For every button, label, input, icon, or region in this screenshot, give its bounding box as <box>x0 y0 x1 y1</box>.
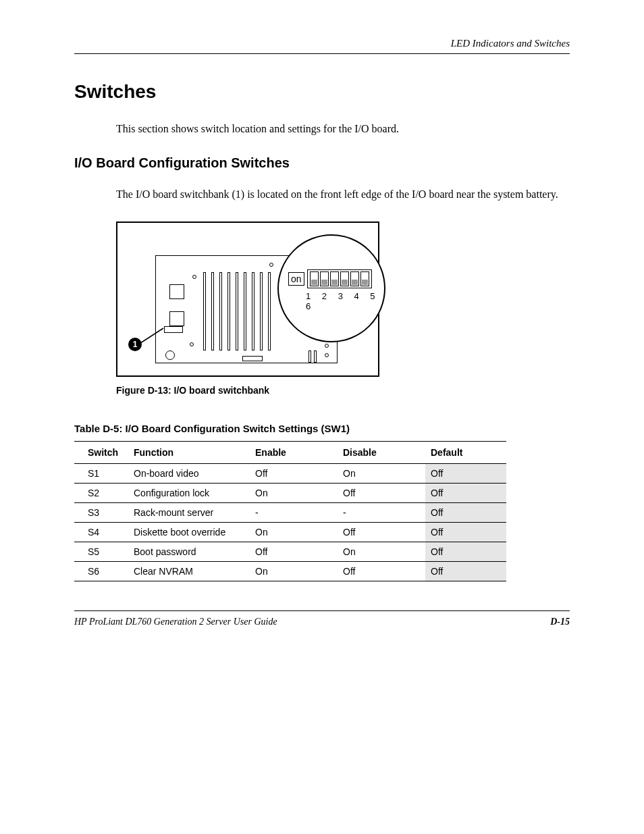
col-switch: Switch <box>74 441 128 463</box>
figure-io-board-switchbank: on 1 2 3 4 5 6 1 <box>116 221 379 377</box>
intro-text: This section shows switch location and s… <box>116 122 570 136</box>
chapter-header: LED Indicators and Switches <box>74 38 570 54</box>
table-header-row: Switch Function Enable Disable Default <box>74 441 506 463</box>
heading-switches: Switches <box>74 81 570 103</box>
footer-page-number: D-15 <box>550 617 570 627</box>
callout-badge-1: 1 <box>128 338 142 351</box>
table-row: S5 Boot password Off On Off <box>74 542 506 561</box>
switch-settings-table: Switch Function Enable Disable Default S… <box>74 441 506 581</box>
footer-guide-title: HP ProLiant DL760 Generation 2 Server Us… <box>74 617 277 627</box>
col-default: Default <box>425 441 506 463</box>
table-row: S2 Configuration lock On Off Off <box>74 483 506 502</box>
table-row: S3 Rack-mount server - - Off <box>74 502 506 522</box>
page-footer: HP ProLiant DL760 Generation 2 Server Us… <box>74 610 570 627</box>
table-row: S6 Clear NVRAM On Off Off <box>74 561 506 581</box>
col-function: Function <box>128 441 250 463</box>
callout-leader-line <box>117 223 381 378</box>
table-caption: Table D-5: I/O Board Configuration Switc… <box>74 423 570 434</box>
svg-line-0 <box>140 328 163 343</box>
table-row: S4 Diskette boot override On Off Off <box>74 522 506 542</box>
section-text: The I/O board switchbank (1) is located … <box>116 187 570 202</box>
heading-io-board: I/O Board Configuration Switches <box>74 155 570 171</box>
table-row: S1 On-board video Off On Off <box>74 463 506 483</box>
col-enable: Enable <box>250 441 338 463</box>
figure-caption: Figure D-13: I/O board switchbank <box>116 385 570 396</box>
col-disable: Disable <box>338 441 425 463</box>
